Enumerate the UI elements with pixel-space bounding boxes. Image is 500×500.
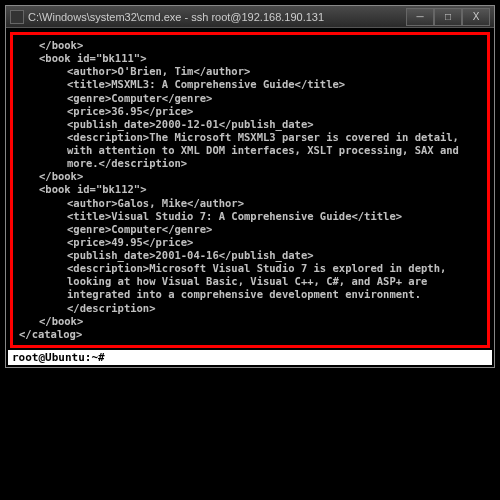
xml-output: </catalog>: [19, 328, 481, 341]
xml-output: </book>: [19, 39, 481, 52]
xml-output: <title>Visual Studio 7: A Comprehensive …: [19, 210, 481, 223]
xml-output: <price>36.95</price>: [19, 105, 481, 118]
highlight-box: </book> <book id="bk111"> <author>O'Brie…: [10, 32, 490, 348]
window-title: C:\Windows\system32\cmd.exe - ssh root@1…: [28, 11, 406, 23]
cmd-icon: [10, 10, 24, 24]
maximize-button[interactable]: □: [434, 8, 462, 26]
xml-output: <author>O'Brien, Tim</author>: [19, 65, 481, 78]
xml-output: </book>: [19, 170, 481, 183]
xml-output: <publish_date>2001-04-16</publish_date>: [19, 249, 481, 262]
window-controls: ─ □ X: [406, 8, 490, 26]
xml-output: <genre>Computer</genre>: [19, 92, 481, 105]
xml-output: <genre>Computer</genre>: [19, 223, 481, 236]
xml-output: <author>Galos, Mike</author>: [19, 197, 481, 210]
xml-output: </book>: [19, 315, 481, 328]
xml-output: <book id="bk112">: [19, 183, 481, 196]
xml-output: <book id="bk111">: [19, 52, 481, 65]
close-button[interactable]: X: [462, 8, 490, 26]
xml-output: <publish_date>2000-12-01</publish_date>: [19, 118, 481, 131]
shell-prompt[interactable]: root@Ubuntu:~#: [8, 350, 492, 365]
xml-output: <description>Microsoft Visual Studio 7 i…: [19, 262, 481, 315]
xml-output: <price>49.95</price>: [19, 236, 481, 249]
xml-output: <description>The Microsoft MSXML3 parser…: [19, 131, 481, 170]
xml-output: <title>MSXML3: A Comprehensive Guide</ti…: [19, 78, 481, 91]
titlebar[interactable]: C:\Windows\system32\cmd.exe - ssh root@1…: [6, 6, 494, 28]
minimize-button[interactable]: ─: [406, 8, 434, 26]
terminal-content[interactable]: </book> <book id="bk111"> <author>O'Brie…: [6, 28, 494, 367]
cmd-window: C:\Windows\system32\cmd.exe - ssh root@1…: [5, 5, 495, 368]
